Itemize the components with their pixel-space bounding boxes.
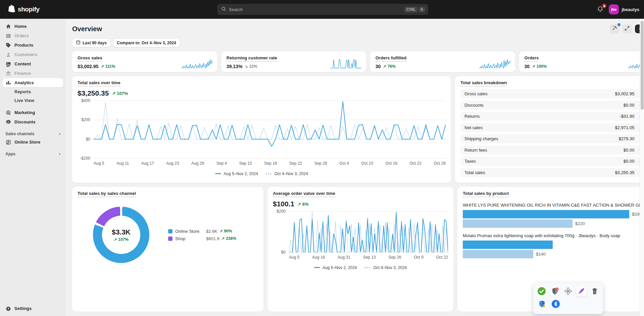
calendar-icon: [76, 40, 81, 46]
total-sales-breakdown-card: Total sales breakdown Gross sales$3,002.…: [455, 76, 644, 183]
finance-icon: [5, 70, 11, 76]
metric-delta: ↗ 100%: [532, 64, 547, 69]
sidebar-item-live-view[interactable]: Live View: [3, 96, 63, 105]
compare-button[interactable]: Compare to: Oct 4–Nov 3, 2024: [113, 38, 180, 47]
x-axis: Aug 5Aug 18Aug 31Sep 13Sep 26Oct 9Oct 22: [289, 255, 448, 260]
total-sales-value: $3,250.35: [78, 89, 109, 97]
metric-value: 39.13%: [227, 64, 242, 69]
breakdown-row[interactable]: Taxes$0.00—: [460, 157, 644, 166]
gear-icon: [5, 306, 11, 311]
extensions-popup: [533, 283, 603, 314]
donut-chart[interactable]: $3.3K ↗ 107%: [93, 207, 149, 263]
sidebar-item-products[interactable]: Products: [3, 41, 63, 50]
solid-line-swatch: [314, 267, 320, 268]
sidebar-item-discounts[interactable]: Discounts: [3, 117, 63, 126]
metric-card-gross-sales[interactable]: Gross sales $3,002.95 ↗ 111%: [72, 51, 217, 72]
metric-delta: ↗ 111%: [101, 64, 115, 69]
kbd-ctrl: CTRL: [404, 7, 417, 12]
breakdown-row[interactable]: Return fees$0.00—: [460, 146, 644, 155]
feather-icon[interactable]: [576, 286, 586, 297]
search-placeholder: Search: [229, 7, 403, 12]
chart-legend: Aug 5–Nov 2, 2024 •••Oct 4–Nov 3, 2024: [273, 265, 448, 270]
breakdown-row[interactable]: Net sales$2,971.05↗ 109%: [460, 123, 644, 132]
insights-button[interactable]: [609, 24, 620, 34]
trash-icon[interactable]: [590, 286, 600, 297]
sidebar-item-content[interactable]: Content: [3, 59, 63, 68]
channel-legend: Online Store $2.6K ↗ 90% Shop $601.9 ↗ 2…: [168, 226, 236, 244]
total-sales-over-time-card: Total sales over time $3,250.35 ↗ 107% $…: [72, 76, 451, 183]
fullscreen-button[interactable]: [622, 24, 632, 34]
sparkle-wand-icon: [612, 25, 617, 32]
metric-cards: Gross sales $3,002.95 ↗ 111% Returning c…: [72, 51, 644, 72]
breakdown-row[interactable]: Returns-$31.90—: [460, 112, 644, 121]
storefront-icon: [5, 139, 11, 145]
shopify-bag-icon: [7, 4, 15, 15]
previous-period-bar: [463, 250, 533, 258]
topbar: shopify Search CTRL K 8 jbe jbeautys: [0, 0, 644, 19]
sales-by-channel-card: Total sales by sales channel $3.3K ↗ 107…: [72, 187, 263, 312]
sidebar-item-reports[interactable]: Reports: [3, 88, 63, 96]
marketing-icon: [5, 110, 11, 115]
notification-badge: 8: [602, 4, 606, 8]
discounts-icon: [5, 119, 11, 125]
total-sales-line-chart: [94, 101, 446, 158]
sidebar-item-settings[interactable]: Settings: [3, 304, 63, 313]
bluetooth-icon[interactable]: [550, 299, 561, 309]
shopify-logo[interactable]: shopify: [7, 4, 40, 15]
sidebar-item-orders[interactable]: Orders: [3, 31, 63, 40]
chevron-right-icon: ›: [59, 151, 60, 156]
kbd-k: K: [419, 7, 425, 12]
previous-period-bar: [463, 219, 573, 228]
average-order-value-card: Average order value over time $100.1 ↗ 6…: [267, 187, 453, 312]
x-axis: Aug 5Aug 11Aug 17Aug 23Aug 29Sep 4Sep 10…: [94, 161, 446, 166]
scrollbar[interactable]: [640, 19, 644, 316]
checkmark-icon[interactable]: [537, 286, 547, 297]
donut-total: $3.3K: [112, 228, 131, 236]
notifications-button[interactable]: 8: [597, 6, 604, 13]
current-period-bar: [463, 210, 629, 218]
y-axis: $400 $200 $0 -$200: [78, 101, 94, 158]
sales-channels-header[interactable]: Sales channels ›: [5, 131, 60, 136]
shield-alert-icon[interactable]: [550, 286, 560, 297]
metric-card-orders-fulfilled[interactable]: Orders fulfilled 30 ↗ 76%: [370, 51, 515, 72]
shield-warning-icon[interactable]: [537, 299, 547, 309]
product-item[interactable]: WHITE LYS PURE WHITENING OIL RICH IN VIT…: [463, 203, 644, 228]
scrollbar-thumb[interactable]: [641, 21, 644, 110]
y-axis: $200 $0: [273, 211, 289, 252]
sidebar-item-online-store[interactable]: Online Store: [3, 138, 63, 147]
breakdown-row[interactable]: Gross sales$3,002.95↗ 111%: [460, 89, 644, 98]
customers-icon: [5, 52, 11, 57]
sparkline-chart: [480, 59, 510, 69]
breakdown-row[interactable]: Discounts$0.00—: [460, 101, 644, 110]
chevron-right-icon: ›: [59, 131, 60, 136]
sidebar-item-marketing[interactable]: Marketing: [3, 108, 63, 117]
sparkline-chart: [182, 59, 212, 69]
sidebar-item-finance[interactable]: Finance: [3, 69, 63, 78]
metric-card-orders[interactable]: Orders 30 ↗ 100%: [519, 51, 644, 72]
solid-line-swatch: [215, 173, 221, 174]
update-dot: [617, 23, 621, 26]
apps-header[interactable]: Apps ›: [5, 151, 60, 156]
sidebar-item-customers[interactable]: Customers: [3, 50, 63, 59]
clover-puzzle-icon[interactable]: [563, 286, 573, 297]
user-menu[interactable]: jbe jbeautys: [609, 4, 639, 14]
sidebar-item-home[interactable]: Home: [3, 22, 63, 31]
breakdown-row[interactable]: Shipping charges$279.30↗ 92%: [460, 134, 644, 143]
aov-delta: ↗ 6%: [297, 202, 308, 207]
donut-delta: ↗ 107%: [114, 237, 129, 242]
metric-value: 30: [525, 64, 530, 69]
product-item[interactable]: Molato Promax extra lightening soap with…: [463, 233, 644, 258]
sidebar-item-analytics[interactable]: Analytics: [3, 78, 63, 87]
breakdown-row[interactable]: Total sales$3,250.35↗ 107%: [460, 168, 644, 177]
aov-value: $100.1: [273, 200, 294, 208]
total-sales-plot[interactable]: [94, 101, 446, 158]
orders-icon: [5, 33, 11, 39]
chart-legend: Aug 5–Nov 2, 2024 •••Oct 4–Nov 3, 2024: [78, 171, 446, 176]
search-input[interactable]: Search CTRL K: [217, 4, 428, 15]
aov-plot[interactable]: [289, 211, 448, 252]
legend-item-shop[interactable]: Shop $601.9 ↗ 238%: [168, 236, 236, 241]
metric-card-returning-rate[interactable]: Returning customer rate 39.13% ↘ 22%: [221, 51, 366, 72]
legend-item-online-store[interactable]: Online Store $2.6K ↗ 90%: [168, 229, 236, 234]
date-range-button[interactable]: Last 90 days: [72, 38, 110, 47]
shopify-wordmark: shopify: [18, 6, 40, 13]
